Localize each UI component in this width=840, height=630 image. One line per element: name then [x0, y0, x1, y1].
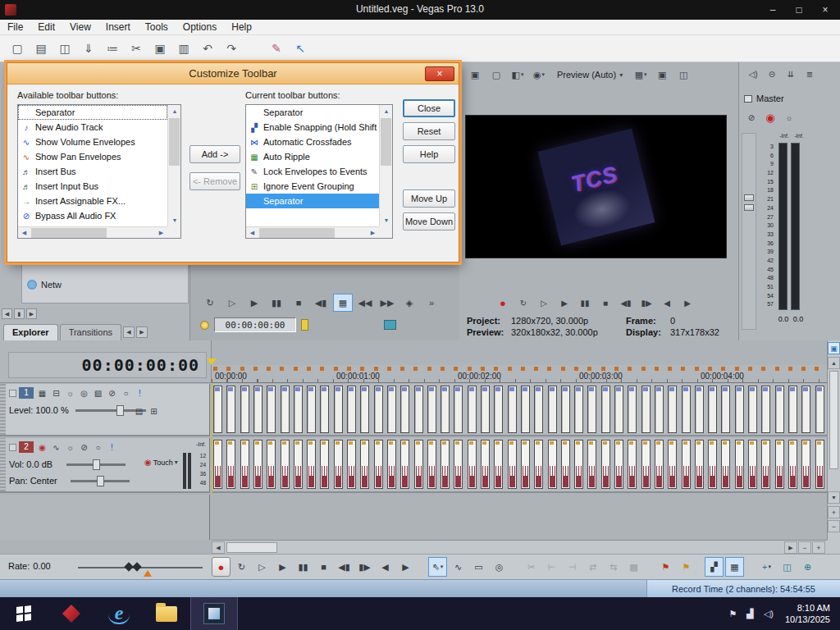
video-event[interactable]: [508, 386, 517, 433]
video-event[interactable]: [574, 386, 583, 433]
scroll-right-button[interactable]: ▶: [367, 227, 379, 239]
video-event[interactable]: [253, 386, 262, 433]
scrollbar-thumb[interactable]: [169, 118, 180, 166]
menu-item-edit[interactable]: Edit: [30, 20, 62, 34]
rate-handle[interactable]: [132, 562, 141, 571]
video-event[interactable]: [387, 386, 396, 433]
track-view-button[interactable]: ▤: [133, 405, 145, 417]
mute-button[interactable]: ⊘: [78, 441, 90, 453]
list-item[interactable]: Separator: [18, 105, 167, 120]
copy-frame-button[interactable]: ▣: [653, 66, 671, 83]
reset-button[interactable]: Reset: [403, 122, 455, 140]
play-button[interactable]: ▶: [557, 295, 572, 310]
mute-output-button[interactable]: ◁): [746, 66, 760, 81]
master-fader[interactable]: [742, 133, 756, 330]
list-item[interactable]: Separator: [246, 194, 379, 208]
video-event[interactable]: [454, 386, 463, 433]
render-as-button[interactable]: ⇓: [78, 39, 99, 58]
audio-event[interactable]: [521, 440, 530, 489]
loop-playback-button[interactable]: ↻: [200, 294, 220, 312]
audio-event[interactable]: [801, 440, 810, 489]
audio-event[interactable]: [682, 440, 691, 489]
prev-frame-button[interactable]: ◀: [660, 295, 674, 310]
audio-event[interactable]: [815, 440, 824, 489]
list-item[interactable]: ▞Enable Snapping (Hold Shift t: [246, 120, 379, 135]
scroll-down-button[interactable]: ▼: [168, 214, 181, 226]
video-event[interactable]: [240, 386, 249, 433]
undo-button[interactable]: ↶: [197, 39, 218, 58]
slip-button[interactable]: ⇄: [583, 557, 602, 577]
automation-settings-button[interactable]: !: [106, 441, 118, 453]
audio-event[interactable]: [334, 440, 343, 489]
play-from-start-button[interactable]: ▷: [536, 295, 551, 310]
video-event[interactable]: [534, 386, 543, 433]
dim-output-button[interactable]: ⊝: [765, 66, 779, 81]
trim-start-button[interactable]: ⊢: [542, 557, 561, 577]
save-button[interactable]: ◫: [54, 39, 75, 58]
scroll-up-button[interactable]: ▲: [380, 105, 393, 117]
open-button[interactable]: ▤: [30, 39, 52, 58]
next-frame-button[interactable]: ▶: [396, 557, 415, 577]
video-event[interactable]: [481, 386, 490, 433]
audio-event[interactable]: [360, 440, 369, 489]
help-button[interactable]: Help: [403, 145, 455, 163]
dialog-close-button[interactable]: ×: [425, 66, 454, 81]
video-event[interactable]: [494, 386, 503, 433]
eraser-button[interactable]: ✎: [266, 39, 287, 58]
vertical-scrollbar[interactable]: ▲ ▼: [379, 105, 392, 226]
meter-options-button[interactable]: ≣: [802, 66, 817, 81]
go-to-start-button[interactable]: ◀▮: [619, 295, 633, 310]
menu-item-help[interactable]: Help: [224, 20, 259, 34]
network-icon[interactable]: ▟: [746, 609, 753, 619]
video-event[interactable]: [374, 386, 383, 433]
list-item[interactable]: ♪New Audio Track: [18, 120, 167, 135]
zoom-out-tracks-button[interactable]: −: [828, 520, 840, 532]
video-event[interactable]: [695, 386, 704, 433]
video-event[interactable]: [414, 386, 423, 433]
external-monitor-button[interactable]: ▣: [466, 66, 484, 83]
audio-event[interactable]: [468, 440, 477, 489]
record-button[interactable]: ●: [212, 557, 231, 577]
menu-item-options[interactable]: Options: [176, 20, 224, 34]
tab-transitions[interactable]: Transitions: [60, 324, 121, 340]
grid-overlay-button[interactable]: ▦▾: [632, 66, 650, 83]
zoom-in-tracks-button[interactable]: +: [828, 506, 840, 518]
video-event[interactable]: [307, 386, 316, 433]
taskbar-file-explorer[interactable]: [143, 597, 190, 630]
video-event[interactable]: [761, 386, 770, 433]
step-back-button[interactable]: ◀◀: [355, 294, 375, 312]
lock-event-button[interactable]: ▩: [624, 557, 643, 577]
video-event[interactable]: [748, 386, 757, 433]
list-item[interactable]: ⊘Bypass All Audio FX: [18, 208, 167, 223]
slider-knob[interactable]: [93, 459, 100, 470]
video-event[interactable]: [801, 386, 810, 433]
preview-quality-dropdown[interactable]: Preview (Auto) ▾: [551, 66, 628, 83]
scroll-up-button[interactable]: ▲: [828, 357, 840, 369]
audio-event[interactable]: [427, 440, 436, 489]
menu-item-file[interactable]: File: [0, 20, 30, 34]
video-event[interactable]: [614, 386, 623, 433]
menu-item-insert[interactable]: Insert: [98, 20, 138, 34]
quantize-to-frames-button[interactable]: ▦: [725, 557, 744, 577]
video-event[interactable]: [682, 386, 691, 433]
video-event[interactable]: [587, 386, 596, 433]
video-event[interactable]: [708, 386, 717, 433]
video-scopes-button[interactable]: ⊕: [798, 557, 817, 577]
new-project-button[interactable]: ▢: [7, 39, 28, 58]
trim-end-button[interactable]: ⊣: [563, 557, 582, 577]
audio-event[interactable]: [454, 440, 463, 489]
properties-button[interactable]: ≔: [102, 39, 123, 58]
stop-button[interactable]: ■: [289, 294, 308, 312]
volume-icon[interactable]: ◁): [764, 609, 774, 619]
tab-explorer[interactable]: Explorer: [3, 324, 58, 340]
audio-event[interactable]: [267, 440, 276, 489]
video-event[interactable]: [226, 386, 235, 433]
tab-scroll-left-button[interactable]: ◀: [123, 326, 135, 338]
timeline-timecode-display[interactable]: 00:00:00:00: [8, 352, 207, 378]
video-event[interactable]: [320, 386, 329, 433]
scroll-left-button[interactable]: ◀: [18, 227, 30, 239]
video-event[interactable]: [360, 386, 369, 433]
audio-event[interactable]: [641, 440, 651, 489]
loop-playback-button[interactable]: ↻: [232, 557, 251, 577]
video-event[interactable]: [334, 386, 343, 433]
